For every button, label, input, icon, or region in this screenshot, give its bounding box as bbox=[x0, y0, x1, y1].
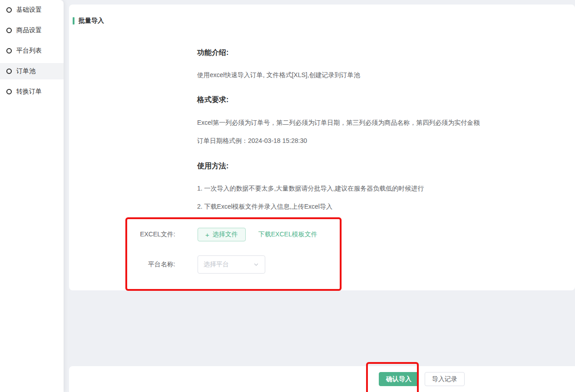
sidebar-item-label: 平台列表 bbox=[16, 47, 42, 55]
download-template-link[interactable]: 下载EXCEL模板文件 bbox=[258, 230, 317, 239]
plus-icon: + bbox=[205, 231, 209, 239]
choose-file-button[interactable]: + 选择文件 bbox=[198, 228, 246, 241]
page-title-row: 批量导入 bbox=[69, 5, 575, 25]
intro-text: 使用excel快速导入订单, 文件格式[XLS],创建记录到订单池 bbox=[197, 71, 575, 79]
sidebar-item-basic-settings[interactable]: 基础设置 bbox=[0, 2, 64, 18]
sidebar-item-platform-list[interactable]: 平台列表 bbox=[0, 43, 64, 59]
sidebar-item-convert-orders[interactable]: 转换订单 bbox=[0, 83, 64, 100]
excel-file-row: EXCEL文件: + 选择文件 下载EXCEL模板文件 bbox=[139, 228, 575, 241]
intro-heading: 功能介绍: bbox=[197, 48, 575, 58]
title-accent-bar bbox=[73, 17, 74, 24]
excel-file-label: EXCEL文件: bbox=[139, 230, 175, 239]
platform-select[interactable]: 选择平台 bbox=[198, 255, 265, 274]
circle-outline-icon bbox=[6, 48, 12, 54]
format-line2: 订单日期格式例：2024-03-18 15:28:30 bbox=[197, 137, 575, 145]
sidebar-item-label: 转换订单 bbox=[16, 88, 42, 96]
main-area: 批量导入 功能介绍: 使用excel快速导入订单, 文件格式[XLS],创建记录… bbox=[69, 5, 575, 392]
footer-action-bar: 确认导入 导入记录 bbox=[69, 366, 575, 392]
platform-select-placeholder: 选择平台 bbox=[203, 260, 253, 269]
sidebar-item-label: 订单池 bbox=[16, 67, 35, 75]
confirm-import-button[interactable]: 确认导入 bbox=[379, 372, 419, 386]
import-form: EXCEL文件: + 选择文件 下载EXCEL模板文件 平台名称: 选择平台 bbox=[139, 228, 575, 274]
content-card: 批量导入 功能介绍: 使用excel快速导入订单, 文件格式[XLS],创建记录… bbox=[69, 5, 575, 290]
platform-name-label: 平台名称: bbox=[139, 260, 175, 269]
circle-outline-icon bbox=[6, 28, 12, 33]
instructions-block: 功能介绍: 使用excel快速导入订单, 文件格式[XLS],创建记录到订单池 … bbox=[197, 48, 575, 211]
circle-outline-icon bbox=[6, 89, 12, 94]
choose-file-button-label: 选择文件 bbox=[213, 230, 238, 239]
chevron-down-icon bbox=[253, 261, 259, 268]
usage-heading: 使用方法: bbox=[197, 161, 575, 171]
usage-line1: 1. 一次导入的数据不要太多,大量数据请分批导入,建议在服务器负载低的时候进行 bbox=[197, 184, 575, 193]
circle-outline-icon bbox=[6, 7, 12, 13]
import-records-button[interactable]: 导入记录 bbox=[425, 372, 465, 386]
circle-outline-icon bbox=[6, 69, 12, 74]
sidebar-item-product-settings[interactable]: 商品设置 bbox=[0, 22, 64, 39]
format-heading: 格式要求: bbox=[197, 95, 575, 105]
format-line1: Excel第一列必须为订单号，第二列必须为订单日期，第三列必须为商品名称，第四列… bbox=[197, 118, 575, 127]
sidebar-item-label: 基础设置 bbox=[16, 6, 42, 14]
sidebar: 基础设置 商品设置 平台列表 订单池 转换订单 bbox=[0, 0, 64, 392]
usage-line2: 2. 下载Excel模板文件并录入信息,上传Excel导入 bbox=[197, 202, 575, 211]
sidebar-item-label: 商品设置 bbox=[16, 26, 42, 34]
page-title: 批量导入 bbox=[79, 17, 104, 25]
sidebar-item-order-pool[interactable]: 订单池 bbox=[0, 63, 64, 79]
platform-name-row: 平台名称: 选择平台 bbox=[139, 255, 575, 274]
